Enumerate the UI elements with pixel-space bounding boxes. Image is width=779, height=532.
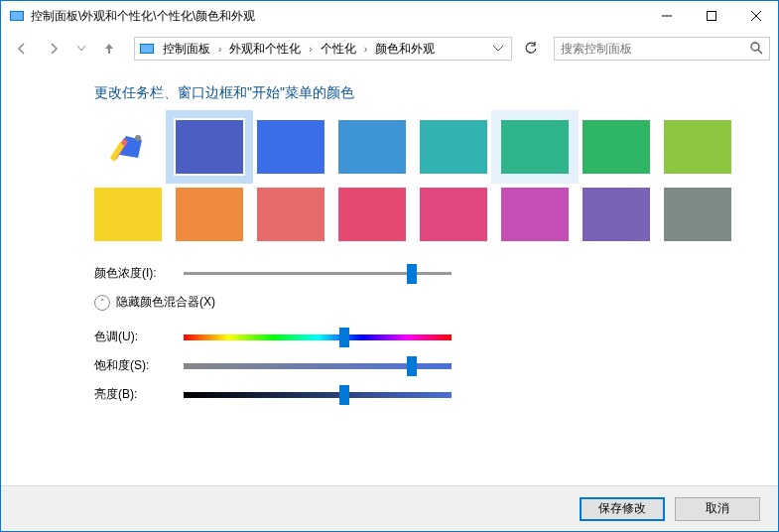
window: 控制面板\外观和个性化\个性化\颜色和外观 控制面板 › 外观和个性化 › [0,0,779,532]
color-swatch-7[interactable] [664,120,731,174]
search-input[interactable] [561,42,749,56]
window-controls [644,1,778,31]
page-heading: 更改任务栏、窗口边框和"开始"菜单的颜色 [94,84,750,102]
color-swatch-1[interactable] [176,120,243,174]
auto-color-icon [108,130,148,164]
breadcrumb-sep-icon: › [309,44,312,55]
brightness-label: 亮度(B): [94,386,184,403]
breadcrumb-1[interactable]: 外观和个性化 [225,39,305,60]
svg-point-8 [751,43,759,51]
refresh-button[interactable] [520,38,542,60]
hue-thumb[interactable] [339,328,349,347]
breadcrumb-2[interactable]: 个性化 [317,39,360,60]
color-swatch-12[interactable] [420,188,487,241]
app-icon [9,8,25,24]
brightness-thumb[interactable] [339,385,349,405]
saturation-thumb[interactable] [407,356,417,376]
svg-point-10 [135,135,141,141]
breadcrumb-3[interactable]: 颜色和外观 [371,39,439,60]
color-swatch-grid [94,120,749,241]
breadcrumb-0[interactable]: 控制面板 [159,39,214,60]
mixer-toggle-label: 隐藏颜色混合器(X) [116,294,215,311]
intensity-row: 颜色浓度(I): [94,265,750,282]
hue-slider[interactable] [184,334,452,340]
hue-label: 色调(U): [94,329,184,345]
content-area: 更改任务栏、窗口边框和"开始"菜单的颜色 颜色浓度(I): ˄ 隐藏颜色混合器(… [1,66,778,485]
mixer-toggle[interactable]: ˄ 隐藏颜色混合器(X) [94,294,750,311]
color-swatch-4[interactable] [420,120,487,174]
chevron-up-icon: ˄ [94,295,110,311]
addressbar[interactable]: 控制面板 › 外观和个性化 › 个性化 › 颜色和外观 [134,37,512,61]
footer: 保存修改 取消 [1,485,778,531]
svg-rect-3 [707,12,715,21]
color-swatch-2[interactable] [257,120,325,174]
color-swatch-5[interactable] [501,120,569,174]
saturation-row: 饱和度(S): [94,357,750,374]
nav-forward-button[interactable] [41,36,66,62]
color-swatch-14[interactable] [583,188,650,241]
maximize-button[interactable] [689,1,733,31]
color-swatch-13[interactable] [501,188,569,241]
color-swatch-9[interactable] [176,188,243,241]
window-title: 控制面板\外观和个性化\个性化\颜色和外观 [31,8,644,25]
intensity-slider[interactable] [184,272,452,275]
addressbar-dropdown[interactable] [489,38,507,60]
navbar: 控制面板 › 外观和个性化 › 个性化 › 颜色和外观 [1,31,778,66]
save-button[interactable]: 保存修改 [580,497,665,521]
color-swatch-8[interactable] [94,188,162,241]
saturation-slider[interactable] [184,363,452,369]
nav-up-button[interactable] [96,36,122,62]
titlebar: 控制面板\外观和个性化\个性化\颜色和外观 [1,1,778,31]
color-swatch-6[interactable] [583,120,650,174]
close-button[interactable] [733,1,778,31]
saturation-label: 饱和度(S): [94,357,184,374]
color-swatch-auto[interactable] [94,120,162,174]
nav-back-button[interactable] [9,36,35,62]
intensity-label: 颜色浓度(I): [94,265,184,282]
search-box[interactable] [554,37,770,61]
nav-recent-dropdown[interactable] [72,38,90,60]
svg-rect-7 [141,45,153,53]
intensity-thumb[interactable] [407,264,417,284]
addressbar-icon [139,41,155,57]
brightness-row: 亮度(B): [94,386,750,403]
minimize-button[interactable] [644,1,689,31]
breadcrumb-sep-icon: › [364,44,367,55]
color-swatch-3[interactable] [338,120,406,174]
color-swatch-15[interactable] [664,188,731,241]
search-icon[interactable] [749,41,763,58]
svg-line-9 [758,50,762,54]
hue-row: 色调(U): [94,329,750,345]
brightness-slider[interactable] [184,392,452,398]
color-swatch-11[interactable] [338,188,406,241]
color-swatch-10[interactable] [257,188,325,241]
svg-rect-1 [11,12,23,20]
breadcrumb-sep-icon: › [218,44,221,55]
cancel-button[interactable]: 取消 [675,497,760,521]
